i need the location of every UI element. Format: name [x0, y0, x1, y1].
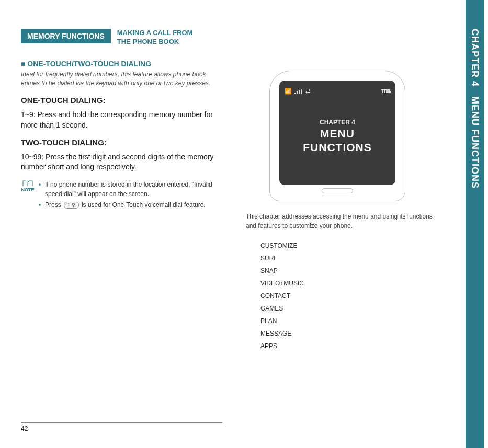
- screen-title-line2: FUNCTIONS: [303, 141, 372, 154]
- screen-chapter-label: CHAPTER 4: [320, 119, 355, 126]
- section-intro: Ideal for frequently dialed numbers, thi…: [21, 70, 214, 88]
- step-two-touch: 10~99: Press the first digit and second …: [21, 152, 214, 173]
- status-left: 📶 ⇄: [285, 88, 311, 95]
- page-rule: [21, 422, 222, 423]
- note-icon: NOTE: [21, 180, 35, 192]
- phone-body: 📶 ⇄ CHAPTER 4 MENU FUNCTIONS: [269, 71, 405, 201]
- screen-center: CHAPTER 4 MENU FUNCTIONS: [285, 95, 390, 178]
- note-item-2: Press 1 ⚲ is used for One-Touch voicemai…: [39, 200, 214, 210]
- chapter-toc: CUSTOMIZE SURF SNAP VIDEO+MUSIC CONTACT …: [260, 242, 439, 350]
- toc-item: CONTACT: [260, 292, 439, 300]
- note-item-1: If no phone number is stored in the loca…: [39, 180, 214, 199]
- side-tab: CHAPTER 4 MENU FUNCTIONS: [466, 0, 484, 448]
- section-tab: MEMORY FUNCTIONS: [21, 29, 111, 43]
- subhead-one-touch: ONE-TOUCH DIALING:: [21, 96, 214, 105]
- side-tab-gutter: CHAPTER 4 MENU FUNCTIONS: [470, 0, 488, 448]
- note2-post: is used for One-Touch voicemail dial fea…: [82, 201, 206, 209]
- data-icon: ⇄: [305, 88, 310, 95]
- side-tab-title: MENU FUNCTIONS: [469, 96, 480, 189]
- toc-item: SURF: [260, 255, 439, 262]
- subhead-two-touch: TWO-TOUCH DIALING:: [21, 138, 214, 147]
- header-line-2: THE PHONE BOOK: [117, 38, 193, 47]
- header-subtitle: MAKING A CALL FROM THE PHONE BOOK: [117, 29, 193, 47]
- toc-item: CUSTOMIZE: [260, 242, 439, 249]
- toc-item: GAMES: [260, 305, 439, 312]
- section-title: ONE-TOUCH/TWO-TOUCH DIALING: [21, 60, 214, 68]
- page-spread: MEMORY FUNCTIONS MAKING A CALL FROM THE …: [0, 0, 488, 448]
- header-line-1: MAKING A CALL FROM: [117, 29, 193, 38]
- toc-item: APPS: [260, 342, 439, 350]
- battery-icon: [381, 88, 390, 95]
- toc-item: SNAP: [260, 267, 439, 274]
- signal-bars-icon: [294, 89, 303, 94]
- toc-item: PLAN: [260, 317, 439, 325]
- right-page: 📶 ⇄ CHAPTER 4 MENU FUNCTIONS This chapte: [225, 0, 450, 448]
- signal-icon: 📶: [285, 88, 292, 95]
- note-block: NOTE If no phone number is stored in the…: [21, 180, 214, 211]
- voicemail-key-icon: 1 ⚲: [64, 202, 79, 209]
- phone-illustration: 📶 ⇄ CHAPTER 4 MENU FUNCTIONS: [269, 71, 405, 201]
- header-row: MEMORY FUNCTIONS MAKING A CALL FROM THE …: [21, 29, 214, 47]
- page-number: 42: [21, 425, 28, 432]
- note-list: If no phone number is stored in the loca…: [39, 180, 214, 211]
- chapter-description: This chapter addresses accessing the men…: [246, 212, 439, 231]
- note-label: NOTE: [21, 187, 34, 192]
- screen-title-line1: MENU: [320, 127, 355, 140]
- phone-home-button: [322, 188, 353, 193]
- toc-item: MESSAGE: [260, 330, 439, 337]
- note2-pre: Press: [45, 201, 61, 209]
- toc-item: VIDEO+MUSIC: [260, 280, 439, 287]
- status-bar: 📶 ⇄: [285, 88, 390, 95]
- side-tab-chapter: CHAPTER 4: [469, 29, 480, 87]
- left-page: MEMORY FUNCTIONS MAKING A CALL FROM THE …: [0, 0, 225, 448]
- step-one-touch: 1~9: Press and hold the corresponding me…: [21, 110, 214, 130]
- phone-screen: 📶 ⇄ CHAPTER 4 MENU FUNCTIONS: [279, 81, 395, 185]
